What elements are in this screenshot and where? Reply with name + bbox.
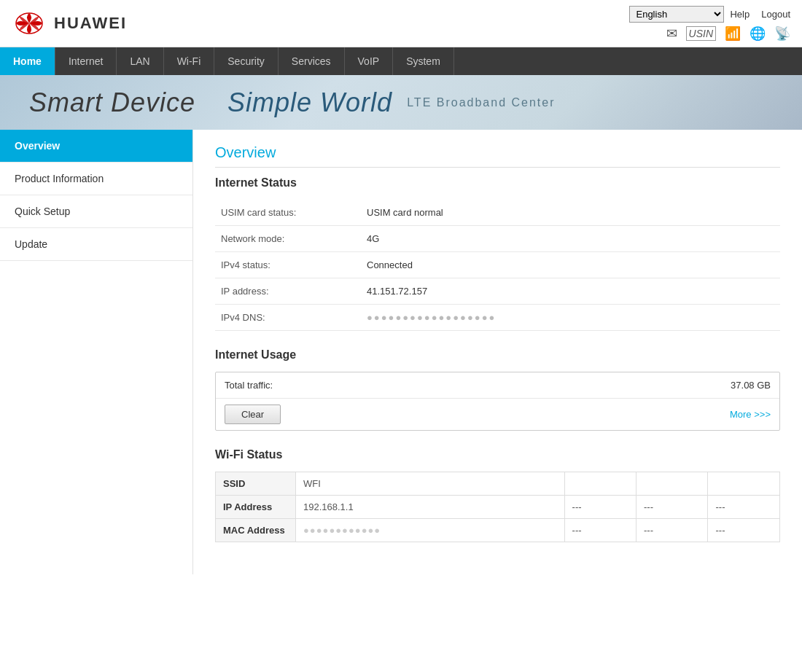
nav-home[interactable]: Home xyxy=(0,47,55,75)
dns-blurred-value: ●●●●●●●●●●●●●●●●●● xyxy=(367,312,496,323)
header: HUAWEI English Help Logout ✉ USIN 📶 🌐 📡 xyxy=(0,0,802,47)
wifi-ip-value3: --- xyxy=(636,496,708,519)
table-row: IP address: 41.151.72.157 xyxy=(215,278,780,305)
internet-usage-section: Internet Usage Total traffic: 37.08 GB C… xyxy=(215,348,780,431)
clear-button[interactable]: Clear xyxy=(225,405,281,424)
main-nav: Home Internet LAN Wi-Fi Security Service… xyxy=(0,47,802,75)
wifi-ssid-col4 xyxy=(708,472,780,496)
nav-wifi[interactable]: Wi-Fi xyxy=(164,47,215,75)
banner: Smart Device Simple World LTE Broadband … xyxy=(0,75,802,130)
banner-text1: Smart Device xyxy=(29,87,195,117)
wifi-ip-value2: --- xyxy=(564,496,636,519)
total-traffic-value: 37.08 GB xyxy=(731,380,771,391)
header-right: English Help Logout ✉ USIN 📶 🌐 📡 xyxy=(629,6,790,42)
ip-address-value: 41.151.72.157 xyxy=(361,278,780,305)
banner-text: Smart Device Simple World xyxy=(29,87,392,118)
wifi-ssid-label: SSID xyxy=(216,472,296,496)
logo-area: HUAWEI xyxy=(12,9,127,38)
mail-icon: ✉ xyxy=(666,26,677,42)
ip-address-label: IP address: xyxy=(215,278,361,305)
globe-icon: 🌐 xyxy=(750,26,766,42)
wifi-mac-value4: --- xyxy=(708,519,780,542)
table-row: SSID WFI xyxy=(216,472,780,496)
language-selector[interactable]: English xyxy=(629,6,724,23)
page-title: Overview xyxy=(215,144,780,168)
internet-status-table: USIM card status: USIM card normal Netwo… xyxy=(215,200,780,331)
brand-name: HUAWEI xyxy=(54,14,127,33)
wifi-ip-value1: 192.168.1.1 xyxy=(296,496,565,519)
ipv4-status-label: IPv4 status: xyxy=(215,252,361,278)
nav-security[interactable]: Security xyxy=(214,47,279,75)
sidebar-item-quick-setup[interactable]: Quick Setup xyxy=(0,195,192,228)
ipv4-status-value: Connected xyxy=(361,252,780,278)
table-row: MAC Address ●●●●●●●●●●●● --- --- --- xyxy=(216,519,780,542)
main-container: Overview Product Information Quick Setup… xyxy=(0,130,802,574)
wifi-ip-value4: --- xyxy=(708,496,780,519)
table-row: IPv4 status: Connected xyxy=(215,252,780,278)
nav-lan[interactable]: LAN xyxy=(117,47,163,75)
huawei-logo-icon xyxy=(12,9,47,38)
header-icons: ✉ USIN 📶 🌐 📡 xyxy=(666,26,790,42)
sidebar-item-product-information[interactable]: Product Information xyxy=(0,163,192,195)
usim-value: USIM card normal xyxy=(361,200,780,226)
wifi-status-title: Wi-Fi Status xyxy=(215,448,780,464)
language-dropdown[interactable]: English xyxy=(629,6,724,23)
table-row: Network mode: 4G xyxy=(215,226,780,252)
wifi-status-table: SSID WFI IP Address 192.168.1.1 --- --- … xyxy=(215,472,780,542)
wifi-ssid-col2 xyxy=(564,472,636,496)
usim-icon: USIN xyxy=(686,26,716,41)
internet-status-section: Internet Status USIM card status: USIM c… xyxy=(215,176,780,331)
total-traffic-row: Total traffic: 37.08 GB xyxy=(216,372,779,399)
content-area: Overview Internet Status USIM card statu… xyxy=(193,130,802,574)
nav-system[interactable]: System xyxy=(393,47,454,75)
nav-services[interactable]: Services xyxy=(279,47,345,75)
signal-icon: 📶 xyxy=(725,26,741,42)
table-row: IPv4 DNS: ●●●●●●●●●●●●●●●●●● xyxy=(215,305,780,331)
table-row: USIM card status: USIM card normal xyxy=(215,200,780,226)
header-top-row: English Help Logout xyxy=(629,6,790,23)
wifi-mac-value2: --- xyxy=(564,519,636,542)
network-mode-value: 4G xyxy=(361,226,780,252)
usage-actions: Clear More >>> xyxy=(216,399,779,430)
usage-box: Total traffic: 37.08 GB Clear More >>> xyxy=(215,372,780,431)
wifi-status-section: Wi-Fi Status SSID WFI IP Address 192.168… xyxy=(215,448,780,542)
nav-voip[interactable]: VoIP xyxy=(345,47,394,75)
mac-blurred: ●●●●●●●●●●●● xyxy=(303,525,381,536)
wifi-ssid-col3 xyxy=(636,472,708,496)
ipv4-dns-label: IPv4 DNS: xyxy=(215,305,361,331)
wifi-mac-value1: ●●●●●●●●●●●● xyxy=(296,519,565,542)
usim-label: USIM card status: xyxy=(215,200,361,226)
sidebar: Overview Product Information Quick Setup… xyxy=(0,130,193,574)
wifi-icon: 📡 xyxy=(774,26,790,42)
more-link[interactable]: More >>> xyxy=(730,409,771,420)
banner-text2: Simple World xyxy=(227,87,392,117)
internet-usage-title: Internet Usage xyxy=(215,348,780,364)
sidebar-item-overview[interactable]: Overview xyxy=(0,130,192,163)
header-links: Help Logout xyxy=(730,9,790,20)
wifi-ip-label: IP Address xyxy=(216,496,296,519)
help-link[interactable]: Help xyxy=(730,9,750,20)
wifi-mac-label: MAC Address xyxy=(216,519,296,542)
wifi-ssid-value: WFI xyxy=(296,472,565,496)
sidebar-item-update[interactable]: Update xyxy=(0,228,192,261)
internet-status-title: Internet Status xyxy=(215,176,780,192)
nav-internet[interactable]: Internet xyxy=(55,47,117,75)
ipv4-dns-value: ●●●●●●●●●●●●●●●●●● xyxy=(361,305,780,331)
logout-link[interactable]: Logout xyxy=(761,9,790,20)
network-mode-label: Network mode: xyxy=(215,226,361,252)
table-row: IP Address 192.168.1.1 --- --- --- xyxy=(216,496,780,519)
total-traffic-label: Total traffic: xyxy=(225,380,273,391)
wifi-mac-value3: --- xyxy=(636,519,708,542)
banner-subtext: LTE Broadband Center xyxy=(407,96,555,109)
